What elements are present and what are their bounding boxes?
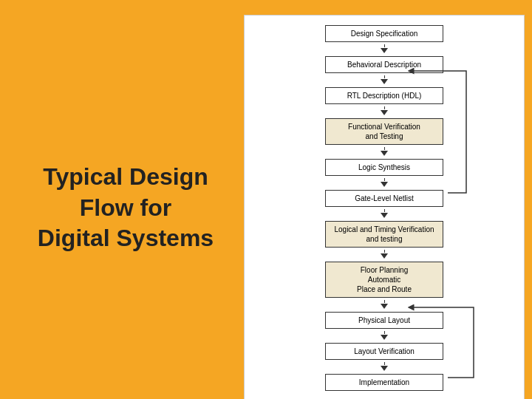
arrow-down [381,151,388,156]
title-line3: Digital Systems [38,225,214,251]
box-gate-level: Gate-Level Netlist [325,190,443,207]
arrow [384,147,385,150]
arrow-down [381,253,388,259]
box-functional-ver: Functional Verificationand Testing [325,118,443,145]
arrow-down [381,335,388,340]
arrow [384,300,385,303]
arrow-down [381,110,388,115]
right-panel: Design Specification Behavioral Descript… [244,15,525,399]
flow-chart: Design Specification Behavioral Descript… [256,23,513,393]
box-logical-timing: Logical and Timing Verificationand testi… [325,221,443,248]
box-design-spec: Design Specification [325,25,443,42]
arrow [384,250,385,253]
arrow-down [381,366,388,371]
box-rtl-desc: RTL Description (HDL) [325,87,443,104]
arrow [384,331,385,334]
arrow [384,209,385,212]
chart-wrapper: Design Specification Behavioral Descript… [256,23,513,393]
main-content: Typical Design Flow for Digital Systems … [0,0,532,399]
arrow-down [381,304,388,309]
box-layout-ver: Layout Verification [325,343,443,360]
arrow [384,362,385,365]
arrow-down [381,182,388,187]
box-floor-planning: Floor PlanningAutomaticPlace and Route [325,262,443,298]
box-physical-layout: Physical Layout [325,312,443,329]
arrow-down [381,48,388,53]
box-logic-synth: Logic Synthesis [325,159,443,176]
title-line1: Typical Design [43,163,208,190]
arrow [384,75,385,78]
arrow [384,44,385,47]
box-implementation: Implementation [325,374,443,391]
left-panel: Typical Design Flow for Digital Systems [15,15,236,399]
title-line2: Flow for [80,194,171,221]
box-behavioral-desc: Behavioral Description [325,56,443,73]
arrow [384,178,385,181]
arrow [384,106,385,109]
arrow-down [381,79,388,84]
arrow-down [381,213,388,218]
slide-title: Typical Design Flow for Digital Systems [38,162,214,254]
